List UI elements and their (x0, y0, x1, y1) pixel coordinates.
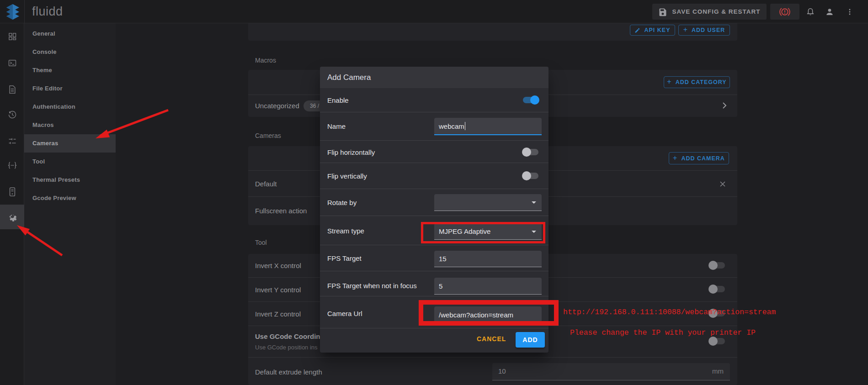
fullscreen-action-label: Fullscreen action (255, 207, 307, 215)
add-category-button[interactable]: + ADD CATEGORY (664, 76, 730, 88)
name-value: webcam (439, 122, 464, 130)
kebab-menu-button[interactable] (842, 5, 857, 18)
dialog-header: Add Camera (320, 67, 548, 88)
cancel-button[interactable]: CANCEL (477, 335, 504, 345)
name-input[interactable]: webcam (434, 118, 542, 135)
flip-vertical-toggle[interactable] (522, 171, 539, 180)
default-extrude-unit: mm (712, 367, 724, 375)
file-icon (8, 85, 16, 94)
tune-icon (8, 137, 17, 146)
rotate-by-select[interactable] (434, 194, 542, 211)
fps-target-label: FPS Target (327, 254, 362, 262)
dialog-title: Add Camera (327, 73, 371, 82)
person-icon (825, 7, 835, 17)
add-user-button[interactable]: + ADD USER (678, 25, 730, 36)
rotate-by-label: Rotate by (327, 199, 357, 206)
fps-focus-value: 5 (439, 282, 442, 290)
fps-focus-label: FPS Target when not in focus (327, 282, 417, 290)
gear-icon (7, 211, 18, 222)
fps-focus-input[interactable]: 5 (434, 278, 542, 295)
braces-icon (7, 161, 18, 170)
annotation-url-text: http://192.168.0.111:10088/webcam?action… (563, 308, 776, 316)
sidebar-item-files[interactable] (0, 80, 24, 99)
emergency-stop-icon (779, 6, 791, 18)
nav-item-macros[interactable]: Macros (24, 116, 116, 134)
nav-item-gcode-preview[interactable]: Gcode Preview (24, 189, 116, 207)
save-icon (658, 7, 667, 16)
api-key-button[interactable]: API KEY (630, 25, 675, 36)
pencil-icon (634, 27, 640, 33)
account-button[interactable] (821, 5, 838, 18)
enable-toggle[interactable] (522, 95, 539, 105)
chevron-right-icon[interactable] (721, 102, 728, 109)
nav-item-file-editor[interactable]: File Editor (24, 79, 116, 98)
tool-section-title: Tool (255, 239, 267, 246)
plus-icon: + (683, 26, 688, 34)
uncategorized-label: Uncategorized (255, 102, 299, 110)
api-key-label: API KEY (644, 27, 670, 33)
camera-default-label: Default (255, 180, 277, 188)
flip-horizontal-label: Flip horizontally (327, 148, 375, 156)
nav-item-tool[interactable]: Tool (24, 153, 116, 171)
icon-sidebar (0, 23, 24, 385)
sidebar-item-dashboard[interactable] (0, 27, 24, 46)
add-camera-button[interactable]: + ADD CAMERA (669, 152, 729, 164)
default-extrude-value: 10 (498, 367, 506, 375)
kebab-menu-icon (845, 7, 854, 17)
sidebar-item-history[interactable] (0, 105, 24, 124)
name-label: Name (327, 122, 346, 130)
use-gcode-toggle[interactable] (708, 337, 726, 346)
emergency-stop-button[interactable] (770, 4, 799, 20)
default-extrude-input[interactable]: 10 mm (492, 363, 730, 380)
nav-item-theme[interactable]: Theme (24, 61, 116, 79)
add-category-label: ADD CATEGORY (676, 79, 727, 85)
add-button[interactable]: ADD (516, 332, 545, 348)
chevron-down-icon (532, 201, 536, 204)
save-config-label: SAVE CONFIG & RESTART (672, 8, 760, 15)
use-gcode-sublabel: Use GCode position ins (255, 344, 318, 351)
annotation-note-text: Please change the IP with your printer I… (570, 328, 756, 337)
console-icon (8, 58, 17, 68)
plus-icon: + (667, 78, 671, 86)
app-name: fluidd (32, 5, 63, 19)
printer-icon (8, 187, 16, 197)
history-icon (8, 110, 17, 119)
text-cursor (465, 122, 466, 130)
flip-vertical-label: Flip vertically (327, 172, 367, 180)
sidebar-item-console[interactable] (0, 54, 24, 72)
plus-icon: + (673, 154, 677, 162)
annotation-box-stream-type (421, 222, 545, 243)
invert-x-toggle[interactable] (708, 261, 726, 270)
add-camera-label: ADD CAMERA (681, 155, 724, 162)
sidebar-item-settings[interactable] (0, 208, 24, 226)
flip-horizontal-toggle[interactable] (522, 148, 539, 157)
nav-item-console[interactable]: Console (24, 43, 116, 61)
notifications-button[interactable] (802, 5, 819, 18)
bell-icon (805, 7, 815, 17)
add-user-label: ADD USER (692, 27, 725, 33)
invert-x-label: Invert X control (255, 262, 301, 269)
nav-item-thermal-presets[interactable]: Thermal Presets (24, 171, 116, 189)
topbar-divider (24, 0, 25, 23)
fps-target-input[interactable]: 15 (434, 251, 542, 267)
nav-item-cameras[interactable]: Cameras (24, 134, 116, 153)
fps-target-value: 15 (439, 255, 447, 263)
use-gcode-label: Use GCode Coordina (255, 332, 324, 340)
camera-url-label: Camera Url (327, 310, 362, 317)
dashboard-icon (8, 32, 17, 41)
close-icon[interactable] (719, 180, 726, 188)
macros-section-title: Macros (255, 57, 276, 64)
invert-y-toggle[interactable] (708, 285, 726, 294)
invert-y-label: Invert Y control (255, 286, 301, 294)
top-bar: fluidd SAVE CONFIG & RESTART (0, 0, 868, 23)
nav-item-authentication[interactable]: Authentication (24, 98, 116, 116)
save-config-restart-button[interactable]: SAVE CONFIG & RESTART (652, 4, 767, 20)
default-extrude-label: Default extrude length (255, 368, 322, 376)
sidebar-item-printer[interactable] (0, 183, 24, 201)
stream-type-label: Stream type (327, 227, 364, 235)
annotation-box-camera-url (419, 300, 559, 326)
cameras-section-title: Cameras (255, 132, 281, 139)
nav-item-general[interactable]: General (24, 25, 116, 43)
sidebar-item-macros[interactable] (0, 156, 24, 174)
sidebar-item-tune[interactable] (0, 132, 24, 150)
